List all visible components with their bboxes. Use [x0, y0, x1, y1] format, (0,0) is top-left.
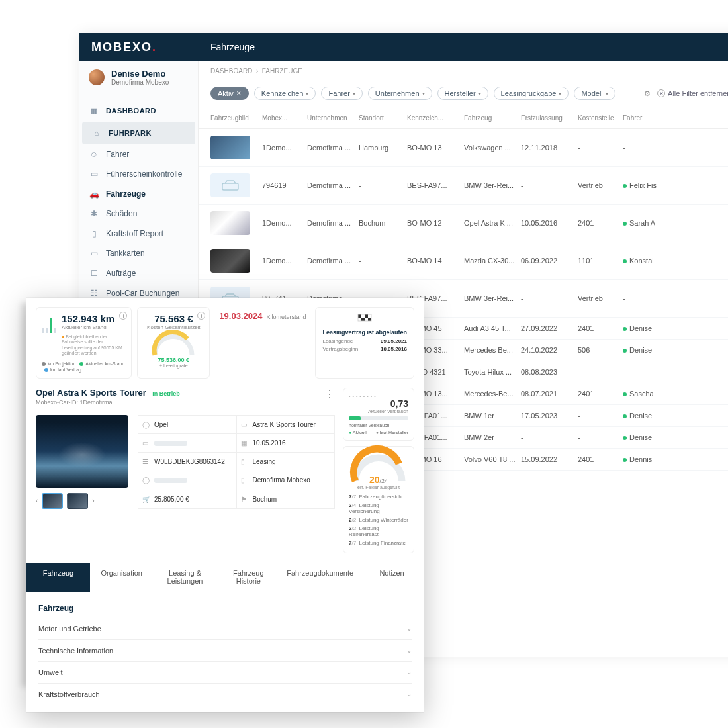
- vehicle-thumbnail: [210, 211, 250, 235]
- filter-chip-kennzeichen[interactable]: Kennzeichen▾: [254, 87, 316, 100]
- crumb-dashboard[interactable]: DASHBOARD: [210, 68, 252, 75]
- table-row[interactable]: 1Demo...Demofirma ...-BO-MO 14Mazda CX-3…: [199, 242, 728, 280]
- card-icon: ▭: [89, 249, 99, 258]
- thumbnail[interactable]: [67, 493, 88, 509]
- chevron-down-icon: ▾: [422, 91, 425, 97]
- chevron-down-icon: ▾: [353, 91, 355, 97]
- thumbnail[interactable]: [42, 493, 63, 509]
- chevron-down-icon: ⌄: [406, 625, 412, 633]
- table-header: FahrzeugbildMobex... UnternehmenStandort…: [199, 108, 728, 129]
- chevron-down-icon: ⌄: [406, 690, 412, 698]
- crumb-fahrzeuge[interactable]: FAHRZEUGE: [262, 68, 302, 75]
- home-icon: ⌂: [91, 128, 102, 138]
- filter-chip-modell[interactable]: Modell▾: [574, 87, 615, 100]
- sidebar-item-tankkarten[interactable]: ▭Tankkarten: [79, 244, 198, 263]
- date-card: 19.03.2024Kilometerstand: [215, 307, 310, 379]
- sidebar-item-kraftstoff[interactable]: ▯Kraftstoff Report: [79, 224, 198, 244]
- sliders-icon[interactable]: ⚙: [644, 89, 651, 98]
- filter-chip-fahrer[interactable]: Fahrer▾: [321, 87, 362, 100]
- car-icon: ▭: [241, 421, 249, 428]
- accordion-item[interactable]: Kraftstoffverbrauch⌄: [38, 684, 412, 705]
- filter-chip-aktiv[interactable]: Aktiv✕: [210, 87, 249, 100]
- nav-dashboard[interactable]: ▦DASHBOARD: [79, 99, 198, 122]
- more-button[interactable]: ⋮: [324, 388, 335, 400]
- sidebar-item-auftraege[interactable]: ☐Aufträge: [79, 263, 198, 283]
- tab-historie[interactable]: Fahrzeug Historie: [216, 563, 280, 592]
- km-card: i 152.943 km Aktueller km-Stand ● Bei gl…: [36, 307, 132, 379]
- accordion-item[interactable]: Technische Information⌄: [38, 640, 412, 662]
- damage-icon: ✱: [89, 209, 99, 218]
- accordion-item[interactable]: Motor und Getriebe⌄: [38, 618, 412, 640]
- page-title: Fahrzeuge: [199, 42, 255, 52]
- sidebar-item-fahrer[interactable]: ☺Fahrer: [79, 144, 198, 164]
- calendar-icon: ▦: [241, 439, 249, 447]
- tab-organisation[interactable]: Organisation: [90, 563, 154, 592]
- chevron-down-icon: ⌄: [406, 647, 412, 655]
- chevron-down-icon: ▾: [559, 91, 561, 97]
- cost-gauge: [150, 330, 197, 357]
- info-icon[interactable]: i: [119, 312, 127, 320]
- svg-rect-2: [358, 314, 361, 318]
- grid-icon: ▦: [89, 106, 99, 115]
- consumption-card: •••••••• 0,73 Aktueller Verbrauch normal…: [343, 388, 414, 441]
- filter-chip-hersteller[interactable]: Hersteller▾: [437, 87, 488, 100]
- pin-icon: ⚑: [241, 496, 249, 503]
- vehicle-thumbnail: [210, 173, 250, 197]
- detail-tabs: Fahrzeug Organisation Leasing & Leistung…: [26, 563, 424, 592]
- sidebar-item-fuehrerschein[interactable]: ▭Führerscheinkontrolle: [79, 164, 198, 184]
- tab-leasing[interactable]: Leasing & Leistungen: [154, 563, 217, 592]
- fuel-icon: ▯: [89, 229, 99, 238]
- vehicle-photo: [36, 415, 128, 488]
- filter-bar: Aktiv✕ Kennzeichen▾ Fahrer▾ Unternehmen▾…: [199, 81, 728, 108]
- id-icon: ▭: [89, 169, 99, 179]
- topbar: MOBEXO. Fahrzeuge: [79, 33, 728, 61]
- vehicle-subid: Mobexo-Car-ID: 1Demofirma: [36, 399, 180, 406]
- user-block[interactable]: Denise Demo Demofirma Mobexo: [79, 61, 198, 94]
- close-icon[interactable]: ✕: [236, 90, 242, 97]
- sidebar-item-schaeden[interactable]: ✱Schäden: [79, 204, 198, 224]
- user-name: Denise Demo: [111, 69, 169, 79]
- table-row[interactable]: 1Demo...Demofirma ...HamburgBO-MO 13Volk…: [199, 129, 728, 167]
- km-bar-chart: [42, 316, 56, 333]
- circle-icon: ◯: [142, 477, 150, 484]
- checkered-flag-icon: [358, 314, 371, 325]
- barcode-icon: ☰: [142, 458, 150, 465]
- svg-rect-4: [361, 318, 365, 321]
- car-icon: 🚗: [89, 189, 99, 199]
- table-row[interactable]: 1Demo...Demofirma ...BochumBO-MO 12Opel …: [199, 205, 728, 242]
- filter-chip-leasing[interactable]: Leasingrückgabe▾: [494, 87, 569, 100]
- tab-fahrzeug[interactable]: Fahrzeug: [26, 563, 90, 592]
- spec-grid: ◯Opel ▭Astra K Sports Tourer ▭ ▦10.05.20…: [138, 415, 335, 509]
- completeness-card: 20/24erf. Felder ausgefüllt 7/7 Fahrzeug…: [343, 446, 414, 553]
- leasing-card: Leasingvertrag ist abgelaufen Leasingend…: [315, 307, 414, 379]
- vehicle-thumbnail: [210, 136, 250, 159]
- clear-filters-btn[interactable]: ✕Alle Filter entferner: [657, 89, 728, 97]
- status-badge: In Betrieb: [152, 390, 180, 397]
- consume-value: 0,73: [349, 398, 408, 409]
- sidebar-item-fahrzeuge[interactable]: 🚗Fahrzeuge: [79, 184, 198, 204]
- chevron-right-icon[interactable]: ›: [92, 497, 94, 504]
- next-date: 19.03.2024: [219, 311, 262, 321]
- accordion-head: Fahrzeug: [38, 598, 412, 618]
- vehicle-thumbnail: [210, 249, 250, 273]
- info-icon[interactable]: i: [197, 312, 205, 320]
- badge-icon: ◯: [142, 421, 150, 428]
- cost-value: 75.563 €: [143, 313, 204, 324]
- svg-rect-5: [368, 318, 371, 321]
- chevron-down-icon: ▾: [306, 91, 308, 97]
- accordion-item[interactable]: Umwelt⌄: [38, 662, 412, 684]
- nav-fuhrpark[interactable]: ⌂FUHRPARK: [82, 122, 195, 144]
- chevron-left-icon[interactable]: ‹: [36, 497, 38, 504]
- chevron-down-icon: ▾: [606, 91, 608, 97]
- tab-notizen[interactable]: Notizen: [360, 563, 424, 592]
- vehicle-title: Opel Astra K Sports Tourer: [36, 388, 146, 398]
- km-value: 152.943 km: [62, 313, 126, 324]
- breadcrumb: DASHBOARD › FAHRZEUGE: [199, 61, 728, 81]
- table-row[interactable]: 794619Demofirma ...-BES-FA97...BMW 3er-R…: [199, 167, 728, 205]
- user-icon: ☺: [89, 150, 99, 159]
- calendar-icon: ☷: [89, 289, 99, 298]
- svg-rect-0: [222, 183, 238, 190]
- filter-chip-unternehmen[interactable]: Unternehmen▾: [368, 87, 432, 100]
- tab-dokumente[interactable]: Fahrzeugdokumente: [280, 563, 360, 592]
- chevron-down-icon: ⌄: [406, 668, 412, 676]
